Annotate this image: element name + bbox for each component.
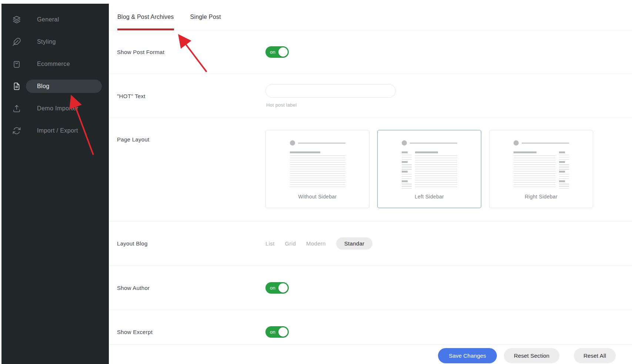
show-excerpt-toggle[interactable]: on xyxy=(265,326,289,338)
sidebar-item-label: Demo Importer xyxy=(37,105,78,112)
document-icon xyxy=(12,82,21,91)
tab-single-post[interactable]: Single Post xyxy=(190,4,221,30)
theme-options-panel: General Styling Ecommerce xyxy=(0,0,632,364)
setting-label: Show Excerpt xyxy=(117,329,265,335)
page-layout-option-right-sidebar[interactable]: Right Sidebar xyxy=(489,130,593,208)
tab-blog-post-archives[interactable]: Blog & Post Archives xyxy=(117,4,174,30)
toggle-state-label: on xyxy=(270,329,275,335)
setting-row-hot-text: "HOT" Text Hot post label xyxy=(109,74,632,118)
setting-label: Show Post Format xyxy=(117,49,265,55)
setting-label: "HOT" Text xyxy=(117,93,265,99)
sidebar-item-styling[interactable]: Styling xyxy=(1,31,109,53)
sync-icon xyxy=(12,126,21,135)
layers-icon xyxy=(12,15,21,24)
setting-row-layout-blog: Layout Blog List Grid Modern Standar xyxy=(109,221,632,266)
show-author-toggle[interactable]: on xyxy=(265,282,289,294)
save-changes-button[interactable]: Save Changes xyxy=(438,348,497,363)
feather-icon xyxy=(12,37,21,46)
layout-blog-option-modern[interactable]: Modern xyxy=(306,237,326,250)
toggle-knob xyxy=(278,283,288,293)
sidebar-item-label: Ecommerce xyxy=(37,61,70,67)
sidebar-item-demo-importer[interactable]: Demo Importer xyxy=(1,97,109,120)
sidebar-item-import-export[interactable]: Import / Export xyxy=(1,120,109,142)
setting-row-show-excerpt: Show Excerpt on xyxy=(109,310,632,344)
layout-thumbnail-without-sidebar xyxy=(290,140,345,189)
layout-option-label: Right Sidebar xyxy=(525,194,558,200)
reset-section-button[interactable]: Reset Section xyxy=(504,348,559,363)
sidebar-item-label: Blog xyxy=(37,83,50,90)
shopping-bag-icon xyxy=(12,60,21,69)
toggle-state-label: on xyxy=(270,285,275,291)
footer-action-bar: Save Changes Reset Section Reset All xyxy=(109,344,632,364)
sidebar-item-general[interactable]: General xyxy=(1,9,109,31)
sidebar-item-label: Styling xyxy=(37,39,56,45)
sidebar-item-ecommerce[interactable]: Ecommerce xyxy=(1,53,109,75)
setting-label: Layout Blog xyxy=(117,240,265,247)
hot-text-input[interactable] xyxy=(265,84,396,98)
layout-thumbnail-right-sidebar xyxy=(514,140,569,189)
page-layout-option-left-sidebar[interactable]: Left Sidebar xyxy=(377,130,481,208)
toggle-knob xyxy=(278,47,288,57)
page-layout-option-without-sidebar[interactable]: Without Sidebar xyxy=(265,130,369,208)
upload-icon xyxy=(12,104,21,113)
setting-row-page-layout: Page Layout Without Sidebar xyxy=(109,118,632,221)
settings-sidebar: General Styling Ecommerce xyxy=(1,4,109,364)
sidebar-item-label: General xyxy=(37,16,59,23)
setting-label: Show Author xyxy=(117,285,265,291)
tab-bar: Blog & Post Archives Single Post xyxy=(109,4,632,30)
layout-blog-option-list[interactable]: List xyxy=(265,237,275,250)
layout-option-label: Left Sidebar xyxy=(415,194,444,200)
sidebar-item-blog[interactable]: Blog xyxy=(1,75,109,97)
reset-all-button[interactable]: Reset All xyxy=(574,348,616,363)
sidebar-item-label: Import / Export xyxy=(37,127,78,134)
helper-text: Hot post label xyxy=(266,102,632,108)
settings-content: Blog & Post Archives Single Post Show Po… xyxy=(109,4,632,364)
setting-label: Page Layout xyxy=(117,118,265,143)
layout-option-label: Without Sidebar xyxy=(298,194,337,200)
layout-blog-option-standar[interactable]: Standar xyxy=(336,237,373,250)
show-post-format-toggle[interactable]: on xyxy=(265,46,289,58)
toggle-state-label: on xyxy=(270,49,275,55)
layout-blog-options: List Grid Modern Standar xyxy=(265,237,632,250)
toggle-knob xyxy=(278,327,288,337)
setting-row-show-author: Show Author on xyxy=(109,266,632,310)
layout-blog-option-grid[interactable]: Grid xyxy=(285,237,296,250)
setting-row-show-post-format: Show Post Format on xyxy=(109,30,632,74)
layout-thumbnail-left-sidebar xyxy=(402,140,457,189)
